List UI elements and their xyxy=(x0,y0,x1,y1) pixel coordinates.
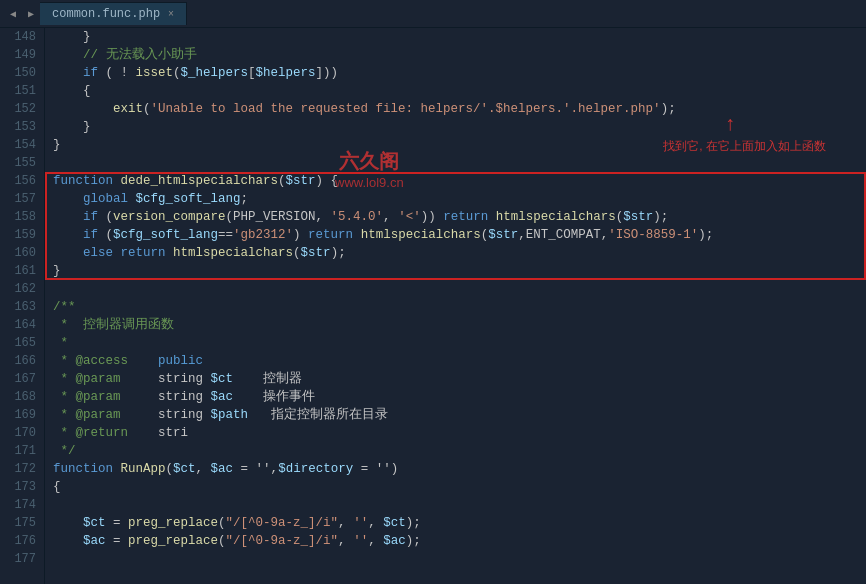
tab-bar: ◀ ▶ common.func.php × xyxy=(0,0,866,28)
code-token: $ac xyxy=(83,532,106,550)
line-number: 177 xyxy=(8,550,36,568)
line-number: 167 xyxy=(8,370,36,388)
line-number: 159 xyxy=(8,226,36,244)
line-number: 169 xyxy=(8,406,36,424)
line-number: 165 xyxy=(8,334,36,352)
code-token: ( ! xyxy=(98,64,136,82)
code-token: } xyxy=(53,28,91,46)
code-token: /** xyxy=(53,298,76,316)
code-token: public xyxy=(158,352,203,370)
active-tab[interactable]: common.func.php × xyxy=(40,2,187,25)
right-arrow[interactable]: ▶ xyxy=(22,8,40,20)
code-token: $ct xyxy=(173,460,196,478)
code-area: 1481491501511521531541551561571581591601… xyxy=(0,28,866,584)
code-token: ); xyxy=(698,226,713,244)
code-token xyxy=(113,460,121,478)
line-number: 160 xyxy=(8,244,36,262)
code-token: $_helpers xyxy=(181,64,249,82)
code-line: } xyxy=(53,28,858,46)
code-token xyxy=(113,244,121,262)
code-token: "/[^0-9a-z_]/i" xyxy=(226,514,339,532)
line-number: 172 xyxy=(8,460,36,478)
code-token: global xyxy=(53,190,128,208)
code-token: * @param xyxy=(53,370,121,388)
code-line xyxy=(53,550,858,568)
code-token: ( xyxy=(481,226,489,244)
code-token xyxy=(353,226,361,244)
code-token: exit xyxy=(53,100,143,118)
code-line: $ct = preg_replace("/[^0-9a-z_]/i", '', … xyxy=(53,514,858,532)
code-token: } xyxy=(53,262,61,280)
code-line: * @return stri xyxy=(53,424,858,442)
code-line: if (version_compare(PHP_VERSION, '5.4.0'… xyxy=(53,208,858,226)
code-token: return xyxy=(121,244,166,262)
code-token: = xyxy=(106,514,129,532)
code-line: function dede_htmlspecialchars($str) { xyxy=(53,172,858,190)
code-token: 指定控制器所在目录 xyxy=(248,406,388,424)
code-token: '' xyxy=(353,514,368,532)
code-line: if ($cfg_soft_lang=='gb2312') return htm… xyxy=(53,226,858,244)
line-number: 148 xyxy=(8,28,36,46)
code-token: [ xyxy=(248,64,256,82)
line-number: 155 xyxy=(8,154,36,172)
code-token: ( xyxy=(218,532,226,550)
code-token: $ct xyxy=(83,514,106,532)
code-token: 'ISO-8859-1' xyxy=(608,226,698,244)
code-token xyxy=(53,514,83,532)
code-token: ); xyxy=(661,100,676,118)
code-token: ,ENT_COMPAT, xyxy=(518,226,608,244)
code-token: ) xyxy=(293,226,308,244)
code-token: htmlspecialchars xyxy=(496,208,616,226)
code-token: ( xyxy=(173,64,181,82)
left-arrow[interactable]: ◀ xyxy=(4,8,22,20)
code-token: ; xyxy=(241,190,249,208)
tab-filename: common.func.php xyxy=(52,7,160,21)
code-line: { xyxy=(53,82,858,100)
code-token: '' xyxy=(353,532,368,550)
code-token: ); xyxy=(331,244,346,262)
line-number: 151 xyxy=(8,82,36,100)
code-token: ( xyxy=(166,460,174,478)
code-token: ( xyxy=(218,514,226,532)
code-token: ( xyxy=(143,100,151,118)
line-number: 175 xyxy=(8,514,36,532)
code-token: $cfg_soft_lang xyxy=(113,226,218,244)
code-token: (PHP_VERSION, xyxy=(226,208,331,226)
code-line: * @param string $ct 控制器 xyxy=(53,370,858,388)
line-number: 162 xyxy=(8,280,36,298)
code-line: } xyxy=(53,262,858,280)
code-token: * @param xyxy=(53,388,121,406)
code-token: $str xyxy=(286,172,316,190)
code-token: * @param xyxy=(53,406,121,424)
code-token: == xyxy=(218,226,233,244)
code-token: $ac xyxy=(211,460,234,478)
code-token: $directory xyxy=(278,460,353,478)
code-token: , xyxy=(368,532,383,550)
line-number: 150 xyxy=(8,64,36,82)
code-token xyxy=(113,172,121,190)
code-token: 'gb2312' xyxy=(233,226,293,244)
code-token: ( xyxy=(278,172,286,190)
code-token: '5.4.0' xyxy=(331,208,384,226)
code-token: if xyxy=(53,64,98,82)
code-token: 'Unable to load the requested file: help… xyxy=(151,100,661,118)
code-token: $cfg_soft_lang xyxy=(136,190,241,208)
code-token: } xyxy=(53,136,61,154)
code-line xyxy=(53,496,858,514)
code-token: = '', xyxy=(233,460,278,478)
code-token: , xyxy=(368,514,383,532)
code-token: '<' xyxy=(398,208,421,226)
code-token: * 控制器调用函数 xyxy=(53,316,174,334)
code-token: string xyxy=(121,370,211,388)
code-token: "/[^0-9a-z_]/i" xyxy=(226,532,339,550)
code-token: = xyxy=(106,532,129,550)
line-number: 171 xyxy=(8,442,36,460)
tab-close-button[interactable]: × xyxy=(168,9,174,20)
line-number: 152 xyxy=(8,100,36,118)
code-token: ); xyxy=(406,514,421,532)
code-line: */ xyxy=(53,442,858,460)
line-number: 161 xyxy=(8,262,36,280)
line-number: 163 xyxy=(8,298,36,316)
line-number: 157 xyxy=(8,190,36,208)
code-token xyxy=(128,352,158,370)
